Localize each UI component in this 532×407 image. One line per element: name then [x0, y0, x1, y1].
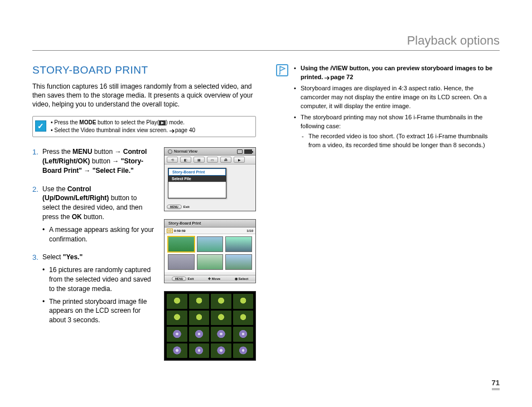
counter: 1/10: [246, 229, 253, 232]
step-3: Select "Yes." 16 pictures are randomly c…: [32, 253, 156, 325]
page-ref-arrow-icon: [170, 127, 175, 134]
step-3-sub-1: 16 pictures are randomly captured from t…: [42, 265, 156, 293]
thumbnail-grid: [165, 234, 255, 272]
screenshot-menu: Normal View ⟲ ◧ ▦ ▭ 🖶 ▶: [164, 147, 256, 211]
shot1-title: Normal View: [174, 149, 197, 153]
tab-icon: ▶: [234, 157, 245, 163]
section-intro: This function captures 16 still images r…: [32, 82, 256, 109]
shot1-dropdown: Story-Board Print Select File: [168, 168, 226, 198]
thumb-6: [225, 254, 252, 270]
move-icon: ✥: [208, 277, 211, 280]
check-icon: ✓: [35, 120, 46, 132]
info-item-3-sub: The recorded video is too short. (To ext…: [301, 132, 500, 150]
menu-item-storyboard: Story-Board Print: [168, 168, 226, 176]
shot2-title: Story-Board Print: [168, 221, 201, 225]
menu-item-select-file: Select File: [168, 176, 226, 182]
tab-icon: ◧: [180, 157, 191, 163]
info-list: Using the iVIEW button, you can preview …: [294, 64, 500, 152]
tab-icon: ▭: [207, 157, 218, 163]
info-item-1: Using the iVIEW button, you can preview …: [294, 64, 500, 82]
prereq-item-2: Select the Video thumbnail index view sc…: [51, 127, 195, 134]
select-icon: ◉: [235, 277, 238, 280]
thumb-1: [168, 236, 195, 252]
left-column: STORY-BOARD PRINT This function captures…: [32, 64, 256, 361]
steps-list: Press the MENU button → Control (Left/Ri…: [32, 147, 156, 325]
hd-icon: HD: [167, 229, 173, 233]
step-1: Press the MENU button → Control (Left/Ri…: [32, 147, 156, 175]
right-column: Using the iVIEW button, you can preview …: [276, 64, 500, 361]
section-title: STORY-BOARD PRINT: [32, 64, 256, 76]
select-label: Select: [239, 277, 249, 280]
shot2-footer: MENU Exit ✥ Move ◉ Select: [165, 275, 255, 282]
battery-icon: [244, 149, 252, 154]
page-number: 71: [492, 379, 500, 390]
play-mode-icon: [159, 119, 166, 127]
screenshots-column: Normal View ⟲ ◧ ▦ ▭ 🖶 ▶: [164, 147, 256, 361]
move-label: Move: [212, 277, 220, 280]
exit-label: Exit: [187, 277, 194, 280]
step-3-sub-2: The printed storyboard image file appear…: [42, 297, 156, 325]
step-2-sub-1: A message appears asking for your confir…: [42, 225, 156, 244]
menu-pill: MENU: [172, 277, 187, 281]
prereq-item-1: Press the MODE button to select the Play…: [51, 119, 195, 127]
tab-icon: ⟲: [167, 157, 178, 163]
step-2: Use the Control (Up/Down/Left/Right) but…: [32, 185, 156, 244]
page-header: Playback options: [32, 33, 500, 51]
prerequisite-box: ✓ Press the MODE button to select the Pl…: [32, 116, 256, 138]
note-icon: [276, 64, 288, 76]
content-columns: STORY-BOARD PRINT This function captures…: [32, 64, 500, 361]
menu-pill: MENU: [167, 205, 182, 209]
gear-icon: [168, 149, 172, 154]
page-ref-arrow-icon: [325, 73, 330, 82]
thumb-3: [225, 236, 252, 252]
tab-icon: 🖶: [220, 157, 231, 163]
exit-label: Exit: [183, 205, 190, 209]
shot1-tabs: ⟲ ◧ ▦ ▭ 🖶 ▶: [165, 156, 255, 164]
prerequisite-list: Press the MODE button to select the Play…: [51, 119, 195, 135]
tab-icon: ▦: [194, 157, 205, 163]
thumb-4: [168, 254, 195, 270]
info-box: Using the iVIEW button, you can preview …: [276, 64, 500, 152]
thumb-5: [197, 254, 224, 270]
menu-blank: [168, 182, 226, 198]
duration: 0:59:59: [174, 229, 186, 232]
card-icon: [237, 149, 243, 154]
info-item-2: Storyboard images are displayed in 4:3 a…: [294, 84, 500, 111]
info-item-3: The storyboard printing may not show 16 …: [294, 113, 500, 150]
thumb-2: [197, 236, 224, 252]
screenshot-storyboard-result: [164, 291, 256, 361]
screenshot-thumbnails: Story-Board Print HD 0:59:59 1/10: [164, 219, 256, 283]
